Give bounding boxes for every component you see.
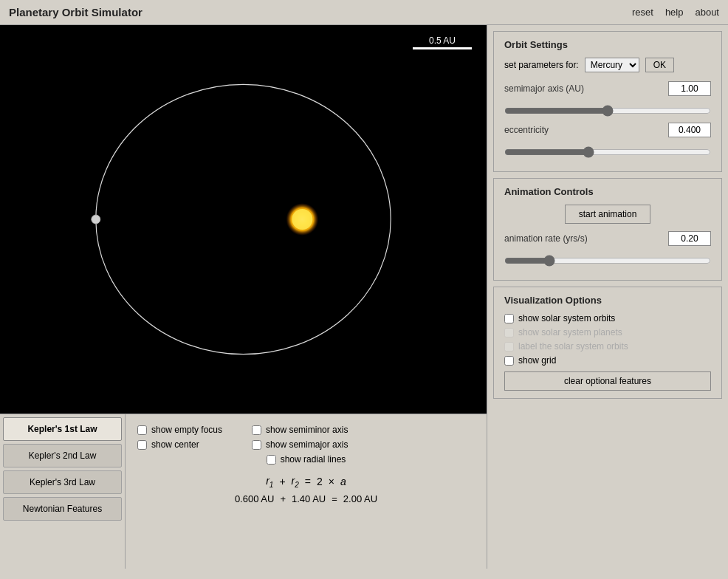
rate-input[interactable]: 0.20	[668, 231, 711, 246]
show-center-checkbox[interactable]	[137, 440, 147, 450]
semimajor-input[interactable]: 1.00	[668, 81, 711, 96]
law-tabs: Kepler's 1st Law Kepler's 2nd Law Kepler…	[0, 414, 126, 569]
svg-point-3	[92, 215, 100, 224]
label-solar-orbits-row: label the solar system orbits	[504, 341, 711, 352]
tab-kepler1[interactable]: Kepler's 1st Law	[3, 417, 122, 441]
show-solar-planets-checkbox[interactable]	[504, 328, 514, 338]
eccentricity-slider[interactable]	[504, 146, 711, 158]
left-panel: 0.5 AU	[0, 25, 487, 569]
formula-eq: =	[305, 476, 311, 487]
top-nav: reset help about	[632, 7, 719, 18]
orbit-settings-box: Orbit Settings set parameters for: Mercu…	[493, 31, 722, 172]
about-link[interactable]: about	[695, 7, 719, 18]
value-r1: 0.600 AU	[235, 493, 275, 504]
show-empty-focus-checkbox[interactable]	[137, 425, 147, 435]
show-semiminor-checkbox[interactable]	[252, 425, 261, 435]
label-solar-orbits-label: label the solar system orbits	[518, 341, 628, 352]
animation-controls-title: Animation Controls	[504, 186, 711, 197]
kepler-options: show empty focus show center show semimi…	[126, 414, 487, 569]
animation-controls-box: Animation Controls start animation anima…	[493, 178, 722, 281]
show-empty-focus-label: show empty focus	[151, 425, 222, 435]
value-plus: +	[280, 493, 286, 504]
orbit-settings-title: Orbit Settings	[504, 39, 711, 50]
top-bar: Planetary Orbit Simulator reset help abo…	[0, 0, 728, 25]
formula-value-row: 0.600 AU + 1.40 AU = 2.00 AU	[137, 493, 475, 504]
show-solar-planets-label: show solar system planets	[518, 327, 622, 338]
ok-button[interactable]: OK	[645, 58, 674, 72]
set-params-label: set parameters for:	[504, 60, 579, 70]
right-panel: Orbit Settings set parameters for: Mercu…	[487, 25, 728, 569]
show-radial-row: show radial lines	[137, 454, 475, 465]
label-solar-orbits-checkbox[interactable]	[504, 342, 514, 352]
value-r2: 1.40 AU	[292, 493, 326, 504]
formula-2: 2	[317, 476, 323, 487]
semimajor-slider[interactable]	[504, 105, 711, 117]
rate-slider[interactable]	[504, 255, 711, 267]
show-semimajor-row: show semimajor axis	[252, 439, 348, 450]
show-solar-orbits-checkbox[interactable]	[504, 314, 514, 323]
help-link[interactable]: help	[665, 7, 684, 18]
formula-plus: +	[279, 476, 285, 487]
formula-x: ×	[329, 476, 334, 487]
show-solar-orbits-row: show solar system orbits	[504, 313, 711, 323]
value-result: 2.00 AU	[343, 493, 377, 504]
show-grid-checkbox[interactable]	[504, 356, 514, 366]
show-center-row: show center	[137, 439, 222, 450]
app-title: Planetary Orbit Simulator	[9, 6, 142, 18]
main-layout: 0.5 AU	[0, 25, 728, 569]
eccentricity-label: eccentricity	[504, 125, 549, 135]
canvas-area: 0.5 AU	[0, 25, 487, 414]
show-center-label: show center	[151, 439, 199, 450]
formula-r2: r2	[292, 475, 299, 489]
show-semimajor-checkbox[interactable]	[252, 440, 261, 450]
tab-newtonian[interactable]: Newtonian Features	[3, 497, 122, 521]
show-solar-orbits-label: show solar system orbits	[518, 313, 615, 323]
orbit-svg	[0, 25, 487, 414]
show-grid-row: show grid	[504, 355, 711, 366]
show-radial-label: show radial lines	[281, 454, 346, 465]
show-empty-focus-row: show empty focus	[137, 425, 222, 435]
rate-label: animation rate (yrs/s)	[504, 233, 588, 244]
visualization-options-title: Visualization Options	[504, 295, 711, 306]
reset-link[interactable]: reset	[632, 7, 653, 18]
set-params-row: set parameters for: Mercury Venus Earth …	[504, 58, 711, 72]
semimajor-row: semimajor axis (AU) 1.00	[504, 81, 711, 96]
rate-row: animation rate (yrs/s) 0.20	[504, 231, 711, 246]
show-radial-checkbox[interactable]	[267, 455, 276, 465]
visualization-options-box: Visualization Options show solar system …	[493, 287, 722, 399]
show-semiminor-label: show semiminor axis	[266, 425, 348, 435]
svg-point-0	[96, 84, 391, 354]
planet-select[interactable]: Mercury Venus Earth Mars Jupiter Saturn …	[585, 58, 639, 72]
tab-kepler3[interactable]: Kepler's 3rd Law	[3, 470, 122, 494]
eccentricity-input[interactable]: 0.400	[668, 123, 711, 137]
formula-row: r1 + r2 = 2 × a	[137, 475, 475, 489]
start-animation-button[interactable]: start animation	[565, 205, 651, 224]
tab-kepler2[interactable]: Kepler's 2nd Law	[3, 444, 122, 467]
formula-r1: r1	[266, 475, 273, 489]
show-solar-planets-row: show solar system planets	[504, 327, 711, 338]
formula-a: a	[340, 476, 346, 487]
show-semimajor-label: show semimajor axis	[266, 439, 348, 450]
eccentricity-row: eccentricity 0.400	[504, 123, 711, 137]
semimajor-label: semimajor axis (AU)	[504, 83, 584, 94]
show-grid-label: show grid	[518, 355, 556, 366]
value-eq: =	[332, 493, 337, 504]
show-semiminor-row: show semiminor axis	[252, 425, 348, 435]
svg-point-2	[292, 209, 312, 230]
clear-optional-button[interactable]: clear optional features	[504, 371, 711, 391]
bottom-controls: Kepler's 1st Law Kepler's 2nd Law Kepler…	[0, 414, 487, 569]
